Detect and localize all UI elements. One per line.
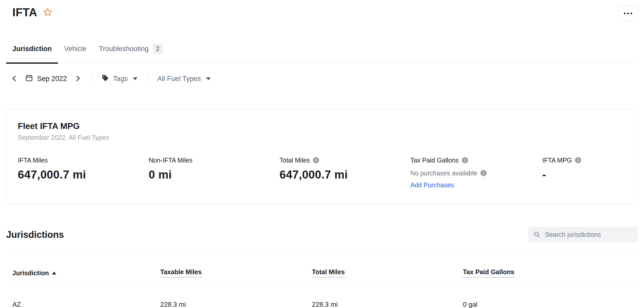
title-wrap: IFTA xyxy=(12,6,52,19)
metric-tax-paid-gallons: Tax Paid Gallons i No purchases availabl… xyxy=(410,156,542,189)
column-label: Taxable Miles xyxy=(160,268,202,278)
troubleshooting-count-badge: 2 xyxy=(153,44,163,54)
metric-label: Total Miles xyxy=(279,156,310,164)
search-input[interactable] xyxy=(529,227,638,242)
tab-label: Jurisdiction xyxy=(12,45,52,53)
calendar-icon xyxy=(25,74,33,84)
card-subtitle: September 2022, All Fuel Types xyxy=(18,134,626,141)
column-header-jurisdiction[interactable]: Jurisdiction xyxy=(12,268,160,278)
cell-jurisdiction: AZ xyxy=(12,301,160,308)
metric-value: 647,000.7 mi xyxy=(279,168,410,181)
table-header-row: Jurisdiction Taxable Miles Total Miles T… xyxy=(6,250,638,285)
search-icon xyxy=(533,231,540,238)
month-label: Sep 2022 xyxy=(37,75,67,83)
month-picker[interactable]: Sep 2022 xyxy=(24,74,69,84)
metric-label: Tax Paid Gallons xyxy=(410,156,459,164)
jurisdictions-header: Jurisdictions xyxy=(6,227,638,242)
add-purchases-link[interactable]: Add Purchases xyxy=(410,181,454,189)
info-icon[interactable]: i xyxy=(575,157,581,163)
sort-ascending-icon xyxy=(52,272,56,274)
tab-bar: Jurisdiction Vehicle Troubleshooting 2 xyxy=(6,44,638,63)
column-header-total-miles[interactable]: Total Miles xyxy=(312,268,463,278)
metric-label: IFTA Miles xyxy=(18,156,48,164)
tab-label: Vehicle xyxy=(64,45,87,53)
divider xyxy=(147,73,148,85)
divider xyxy=(91,73,91,85)
cell-taxable-miles: 228.3 mi xyxy=(160,301,312,308)
tag-icon xyxy=(101,74,109,84)
info-icon[interactable]: i xyxy=(313,157,319,163)
fuel-type-label: All Fuel Types xyxy=(157,75,201,83)
star-icon xyxy=(43,7,52,18)
tab-jurisdiction[interactable]: Jurisdiction xyxy=(6,44,58,63)
ifta-page: IFTA Jurisdiction Vehicle xyxy=(0,0,644,308)
fleet-ifta-mpg-card: Fleet IFTA MPG September 2022, All Fuel … xyxy=(6,109,638,204)
metric-value: 0 mi xyxy=(149,168,279,181)
metric-label: Non-IFTA Miles xyxy=(149,156,192,164)
tags-filter-label: Tags xyxy=(113,75,128,83)
no-purchases-text: No purchases available xyxy=(410,169,477,177)
cell-tax-paid-gallons-link[interactable]: 0 gal xyxy=(463,301,477,308)
column-label: Jurisdiction xyxy=(12,269,49,277)
column-header-taxable-miles[interactable]: Taxable Miles xyxy=(160,268,312,278)
tab-troubleshooting[interactable]: Troubleshooting 2 xyxy=(93,44,169,63)
jurisdictions-table: Jurisdiction Taxable Miles Total Miles T… xyxy=(0,250,644,308)
chevron-down-icon xyxy=(133,77,138,80)
metric-non-ifta-miles: Non-IFTA Miles 0 mi xyxy=(149,156,279,189)
jurisdiction-search xyxy=(529,227,638,242)
metric-total-miles: Total Miles i 647,000.7 mi xyxy=(279,156,410,189)
info-icon[interactable]: i xyxy=(462,157,468,163)
tab-vehicle[interactable]: Vehicle xyxy=(58,44,93,63)
column-label: Tax Paid Gallons xyxy=(463,268,514,278)
column-header-tax-paid-gallons[interactable]: Tax Paid Gallons xyxy=(463,268,638,278)
column-label: Total Miles xyxy=(312,268,345,278)
previous-month-button[interactable] xyxy=(9,73,20,84)
tags-filter[interactable]: Tags xyxy=(100,74,139,84)
page-title: IFTA xyxy=(12,6,37,19)
info-icon[interactable]: i xyxy=(480,170,487,176)
page-header: IFTA xyxy=(0,0,644,21)
next-month-button[interactable] xyxy=(73,73,83,84)
more-options-button[interactable] xyxy=(618,6,638,21)
metric-value: - xyxy=(542,168,626,181)
cell-total-miles-link[interactable]: 228.3 mi xyxy=(312,301,338,308)
chevron-down-icon xyxy=(206,77,211,80)
metric-ifta-mpg: IFTA MPG i - xyxy=(542,156,626,189)
fuel-type-filter[interactable]: All Fuel Types xyxy=(156,75,212,83)
metric-ifta-miles: IFTA Miles 647,000.7 mi xyxy=(18,156,149,189)
card-title: Fleet IFTA MPG xyxy=(18,121,626,131)
tab-label: Troubleshooting xyxy=(99,45,149,53)
table-row: AZ 228.3 mi 228.3 mi 0 gal xyxy=(6,285,638,308)
chevron-left-icon xyxy=(11,75,18,83)
metric-label: IFTA MPG xyxy=(542,156,572,164)
filter-bar: Sep 2022 Tags All Fuel Types xyxy=(0,63,644,94)
jurisdictions-title: Jurisdictions xyxy=(6,229,64,240)
ellipsis-icon xyxy=(623,12,633,15)
chevron-right-icon xyxy=(74,75,81,83)
favorite-button[interactable] xyxy=(43,7,52,18)
metric-value: 647,000.7 mi xyxy=(18,168,149,181)
metrics-row: IFTA Miles 647,000.7 mi Non-IFTA Miles 0… xyxy=(18,156,626,189)
